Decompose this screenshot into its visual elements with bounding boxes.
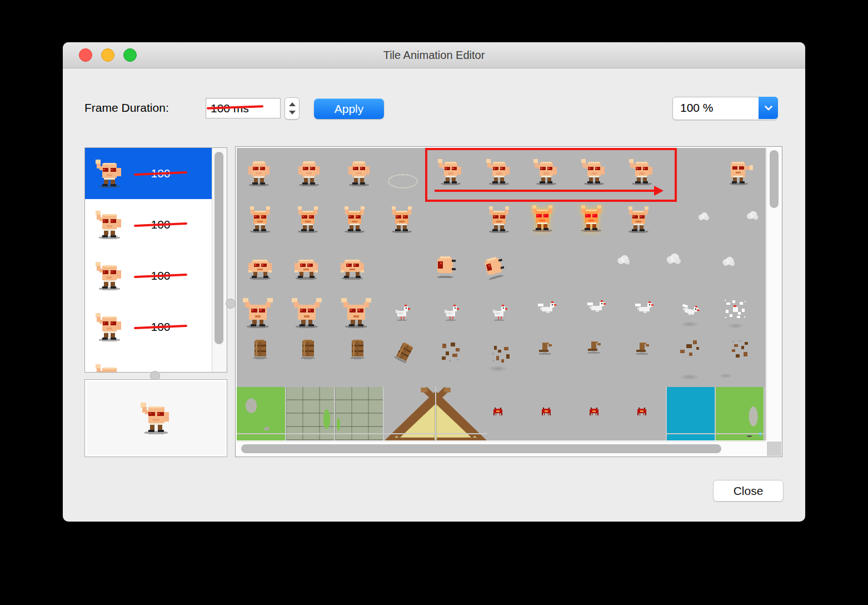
tile-sprite-guy-cheer[interactable] (341, 206, 368, 233)
tile-sprite-spot (680, 321, 699, 327)
tile-sprite-chunk[interactable] (585, 335, 606, 356)
tileset-vertical-scrollbar-thumb[interactable] (770, 150, 779, 208)
tile-sprite-crab[interactable] (587, 404, 602, 419)
tile-grid-line (764, 387, 765, 440)
tile-sprite-chicken[interactable] (392, 302, 412, 322)
tile-sprite-chunk[interactable] (633, 336, 654, 357)
tile-sprite-crab[interactable] (635, 404, 650, 419)
tile-animation-editor-window: Tile Animation Editor Frame Duration: 10… (63, 42, 805, 522)
tile-sprite-chicken-fly[interactable] (536, 298, 557, 319)
tile-grid-line (715, 387, 716, 440)
tile-grid-line (666, 387, 667, 440)
stepper-up-icon[interactable] (289, 102, 296, 106)
frame-items-container: 100100100100 (85, 148, 212, 372)
tile-sprite-ghost[interactable] (388, 174, 418, 189)
tile-sprite-guy-cheer[interactable] (388, 206, 415, 233)
tile-sprite-chicken[interactable] (489, 302, 509, 322)
tile-sprite-guy-punch[interactable] (726, 158, 753, 185)
tile-sprite-guy-crouch[interactable] (247, 253, 273, 280)
tile-sprite-chicken[interactable] (441, 302, 461, 322)
zoom-level-combobox[interactable]: 100 % (672, 97, 778, 120)
tile-sprite-guy-ypose[interactable] (341, 298, 371, 328)
tile-sprite-puff[interactable] (745, 207, 760, 223)
tile-sprite-puff[interactable] (615, 251, 632, 268)
scrollbar-corner (767, 442, 781, 456)
tile-sprite-guy-cheer[interactable] (486, 206, 512, 233)
tile-sprite-guy-ypose[interactable] (292, 298, 322, 328)
tile-sprite-debris[interactable] (490, 343, 512, 365)
terrain-tile-stone2[interactable] (335, 387, 383, 440)
chevron-down-icon (765, 106, 772, 111)
tileset-vertical-scrollbar[interactable] (766, 148, 781, 440)
tile-grid-line (383, 387, 384, 440)
tile-sprite-guy-roll[interactable] (432, 252, 458, 278)
tile-sprite-barrel[interactable] (390, 337, 420, 367)
frame-thumbnail-sprite (95, 210, 124, 239)
tile-sprite-crab[interactable] (491, 404, 506, 419)
tile-sprite-barrel[interactable] (296, 337, 320, 360)
tile-sprite-barrel[interactable] (248, 337, 272, 360)
frame-list-scrollbar[interactable] (212, 148, 227, 372)
tile-sprite-guy-stand[interactable] (246, 160, 272, 186)
frame-list-item-5[interactable] (85, 353, 212, 372)
terrain-tile-water[interactable] (666, 387, 715, 440)
tile-sprite-debris[interactable] (438, 340, 463, 364)
annotation-highlight-rect (425, 148, 677, 202)
frame-list-item-3[interactable]: 100 (85, 250, 212, 301)
tile-sprite-spot (719, 374, 733, 378)
tile-sprite-chicken-fly[interactable] (633, 298, 655, 319)
vertical-splitter-handle[interactable] (226, 299, 236, 309)
tile-grid-line (435, 387, 436, 440)
tile-sprite-puff[interactable] (664, 249, 683, 268)
tileset-horizontal-scrollbar-thumb[interactable] (241, 444, 721, 453)
frame-list-item-4[interactable]: 100 (85, 301, 212, 353)
zoom-dropdown-button[interactable] (759, 97, 778, 119)
tile-grid-line (334, 387, 335, 440)
tile-sprite-debris[interactable] (729, 338, 751, 360)
tile-sprite-barrel[interactable] (346, 337, 369, 360)
tile-sprite-guy-cheer[interactable] (625, 206, 652, 233)
tile-sprite-puff[interactable] (720, 253, 737, 270)
apply-button[interactable]: Apply (314, 98, 384, 119)
frame-list-item-1[interactable]: 100 (85, 148, 212, 199)
annotation-arrow (435, 190, 655, 192)
animation-frames-list[interactable]: 100100100100 (84, 147, 227, 373)
close-button[interactable]: Close (713, 480, 784, 502)
frame-list-item-2[interactable]: 100 (85, 199, 212, 250)
tile-sprite-debris-fly[interactable] (678, 337, 701, 360)
window-title: Tile Animation Editor (63, 42, 805, 68)
frame-list-scrollbar-thumb[interactable] (214, 152, 223, 344)
preview-sprite (140, 402, 172, 434)
titlebar[interactable]: Tile Animation Editor (63, 42, 805, 68)
tile-sprite-guy-cheer[interactable] (247, 206, 273, 233)
tile-sprite-guy-stand[interactable] (296, 160, 322, 186)
tileset-horizontal-scrollbar[interactable] (237, 441, 766, 456)
frame-thumbnail-sprite (95, 313, 124, 341)
terrain-tile-stone[interactable] (286, 387, 334, 440)
tile-sprite-chicken-burst[interactable] (724, 298, 747, 321)
tile-sprite-guy-crouch[interactable] (293, 253, 320, 280)
terrain-tile-grass[interactable] (237, 387, 285, 440)
tile-grid-line (384, 433, 487, 434)
tile-sprite-spot (488, 366, 508, 372)
tile-sprite-guy-crouch[interactable] (339, 253, 366, 280)
tile-grid-line (666, 433, 764, 434)
tile-sprite-guy-roll[interactable] (478, 251, 508, 281)
frame-duration-stepper[interactable] (285, 97, 300, 120)
tile-sprite-puff[interactable] (696, 209, 711, 224)
tile-sprite-crab[interactable] (539, 404, 554, 419)
stepper-down-icon[interactable] (289, 111, 296, 115)
tile-sprite-spot (727, 324, 744, 329)
terrain-tile-grassrock[interactable] (715, 387, 764, 440)
tile-sprite-guy-cheer[interactable] (295, 206, 321, 233)
tile-sprite-chicken-fly[interactable] (586, 297, 607, 318)
tile-sprite-guy-cheer[interactable] (578, 205, 605, 232)
tile-sprite-guy-ypose[interactable] (243, 298, 273, 328)
tile-sprite-chicken-fly[interactable] (677, 298, 702, 323)
tile-sprite-guy-stand[interactable] (346, 160, 372, 186)
animation-preview (84, 379, 227, 457)
tile-grid-line (285, 387, 286, 440)
frame-thumbnail-sprite (95, 159, 124, 188)
tile-sprite-chunk[interactable] (536, 336, 557, 357)
tile-sprite-guy-cheer[interactable] (529, 205, 556, 232)
